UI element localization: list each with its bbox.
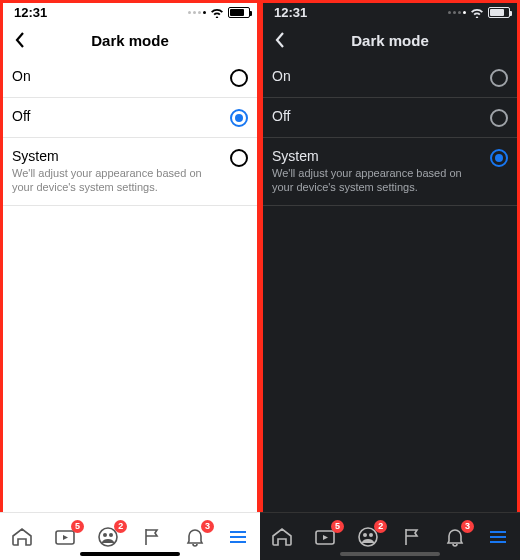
- tab-groups[interactable]: 2: [353, 522, 383, 552]
- option-label: On: [272, 68, 480, 84]
- status-time: 12:31: [14, 5, 47, 20]
- badge: 5: [331, 520, 344, 533]
- badge: 5: [71, 520, 84, 533]
- radio-icon: [490, 109, 508, 127]
- battery-icon: [488, 7, 510, 18]
- cellular-icon: [448, 11, 466, 14]
- tab-watch[interactable]: 5: [50, 522, 80, 552]
- svg-point-3: [109, 533, 113, 537]
- tab-watch[interactable]: 5: [310, 522, 340, 552]
- tab-flag[interactable]: [137, 522, 167, 552]
- home-indicator: [340, 552, 440, 556]
- options-list: On Off System We'll adjust your appearan…: [260, 58, 520, 206]
- page-title: Dark mode: [91, 32, 169, 49]
- option-subtitle: We'll adjust your appearance based on yo…: [12, 166, 220, 195]
- page-header: Dark mode: [0, 22, 260, 58]
- cellular-icon: [188, 11, 206, 14]
- option-on[interactable]: On: [260, 58, 520, 98]
- svg-point-7: [369, 533, 373, 537]
- tab-menu[interactable]: [483, 522, 513, 552]
- back-button[interactable]: [8, 28, 32, 52]
- wifi-icon: [210, 7, 224, 18]
- option-label: System: [12, 148, 220, 164]
- battery-icon: [228, 7, 250, 18]
- svg-point-6: [363, 533, 367, 537]
- radio-icon: [230, 149, 248, 167]
- page-header: Dark mode: [260, 22, 520, 58]
- radio-icon: [230, 69, 248, 87]
- badge: 3: [461, 520, 474, 533]
- option-off[interactable]: Off: [260, 98, 520, 138]
- status-time: 12:31: [274, 5, 307, 20]
- tab-home[interactable]: [7, 522, 37, 552]
- back-button[interactable]: [268, 28, 292, 52]
- tab-flag[interactable]: [397, 522, 427, 552]
- home-icon: [270, 525, 294, 549]
- tab-notifications[interactable]: 3: [440, 522, 470, 552]
- tab-home[interactable]: [267, 522, 297, 552]
- status-bar: 12:31: [260, 0, 520, 22]
- svg-point-2: [103, 533, 107, 537]
- option-system[interactable]: System We'll adjust your appearance base…: [260, 138, 520, 206]
- status-bar: 12:31: [0, 0, 260, 22]
- option-system[interactable]: System We'll adjust your appearance base…: [0, 138, 260, 206]
- option-label: Off: [12, 108, 220, 124]
- flag-icon: [140, 525, 164, 549]
- option-on[interactable]: On: [0, 58, 260, 98]
- chevron-left-icon: [14, 31, 26, 49]
- radio-icon: [490, 69, 508, 87]
- badge: 2: [114, 520, 127, 533]
- option-label: System: [272, 148, 480, 164]
- option-label: Off: [272, 108, 480, 124]
- radio-selected-icon: [490, 149, 508, 167]
- badge: 2: [374, 520, 387, 533]
- home-indicator: [80, 552, 180, 556]
- chevron-left-icon: [274, 31, 286, 49]
- wifi-icon: [470, 7, 484, 18]
- tab-notifications[interactable]: 3: [180, 522, 210, 552]
- tab-menu[interactable]: [223, 522, 253, 552]
- option-label: On: [12, 68, 220, 84]
- option-off[interactable]: Off: [0, 98, 260, 138]
- tab-groups[interactable]: 2: [93, 522, 123, 552]
- radio-selected-icon: [230, 109, 248, 127]
- flag-icon: [400, 525, 424, 549]
- options-list: On Off System We'll adjust your appearan…: [0, 58, 260, 206]
- menu-icon: [486, 525, 510, 549]
- page-title: Dark mode: [351, 32, 429, 49]
- home-icon: [10, 525, 34, 549]
- option-subtitle: We'll adjust your appearance based on yo…: [272, 166, 480, 195]
- badge: 3: [201, 520, 214, 533]
- menu-icon: [226, 525, 250, 549]
